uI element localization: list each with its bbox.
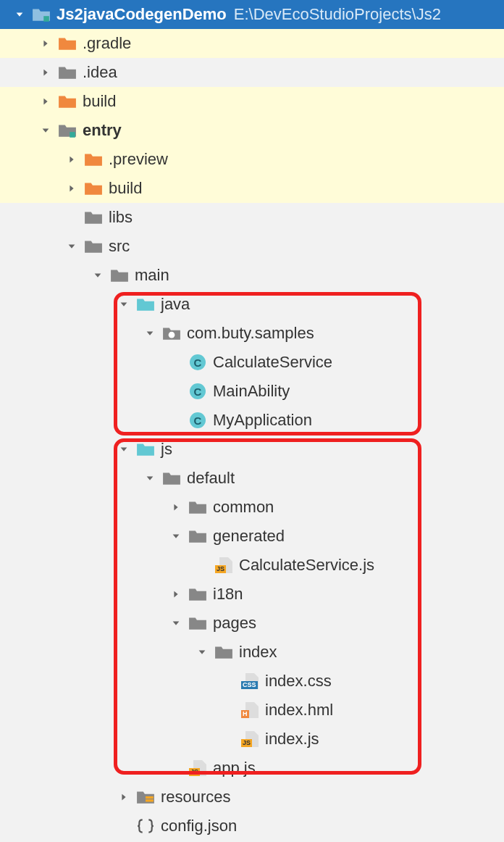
chevron-right-icon[interactable] bbox=[116, 789, 132, 805]
tree-row[interactable]: src bbox=[0, 232, 504, 261]
tree-row[interactable]: JS index.js bbox=[0, 725, 504, 754]
chevron-right-icon[interactable] bbox=[38, 64, 54, 80]
tree-row[interactable]: generated bbox=[0, 522, 504, 551]
tree-row[interactable]: entry bbox=[0, 116, 504, 145]
node-label: CalculateService.js bbox=[239, 556, 374, 575]
css-file-icon: CSS bbox=[240, 673, 259, 689]
chevron-right-icon[interactable] bbox=[64, 180, 80, 196]
package-icon bbox=[162, 325, 181, 341]
chevron-down-icon[interactable] bbox=[12, 7, 28, 22]
node-label: config.json bbox=[161, 817, 237, 835]
chevron-down-icon[interactable] bbox=[116, 296, 132, 312]
chevron-right-icon[interactable] bbox=[64, 151, 80, 167]
tree-row[interactable]: H index.hml bbox=[0, 696, 504, 725]
folder-icon bbox=[162, 470, 181, 486]
tree-row[interactable]: js bbox=[0, 435, 504, 464]
node-label: index bbox=[239, 643, 277, 662]
class-icon: C bbox=[188, 412, 207, 428]
tree-row[interactable]: default bbox=[0, 464, 504, 493]
folder-icon bbox=[84, 238, 103, 254]
tree-row[interactable]: CSS index.css bbox=[0, 667, 504, 696]
tree-row[interactable]: JS app.js bbox=[0, 754, 504, 783]
tree-row[interactable]: i18n bbox=[0, 580, 504, 609]
node-label: MainAbility bbox=[213, 382, 290, 401]
chevron-down-icon[interactable] bbox=[168, 615, 184, 631]
tree-row[interactable]: C MyApplication bbox=[0, 406, 504, 435]
node-label: index.css bbox=[265, 672, 332, 691]
chevron-down-icon[interactable] bbox=[116, 441, 132, 457]
chevron-right-icon[interactable] bbox=[168, 586, 184, 602]
source-folder-icon bbox=[136, 296, 155, 312]
tree-row[interactable]: C MainAbility bbox=[0, 377, 504, 406]
hml-file-icon: H bbox=[240, 702, 259, 718]
node-label: resources bbox=[161, 788, 231, 806]
node-label: MyApplication bbox=[213, 411, 312, 430]
node-label: com.buty.samples bbox=[187, 324, 314, 343]
root-path: E:\DevEcoStudioProjects\Js2 bbox=[234, 5, 441, 24]
node-label: .preview bbox=[109, 150, 168, 169]
source-folder-icon bbox=[136, 441, 155, 457]
chevron-down-icon[interactable] bbox=[38, 122, 54, 138]
root-name: Js2javaCodegenDemo bbox=[56, 5, 227, 24]
class-icon: C bbox=[188, 383, 207, 399]
chevron-down-icon[interactable] bbox=[142, 325, 158, 341]
folder-icon bbox=[188, 615, 207, 631]
node-label: .gradle bbox=[83, 34, 131, 53]
chevron-down-icon[interactable] bbox=[90, 267, 106, 283]
tree-row[interactable]: JS CalculateService.js bbox=[0, 551, 504, 580]
js-file-icon: JS bbox=[240, 731, 259, 747]
chevron-down-icon[interactable] bbox=[168, 528, 184, 544]
tree-row[interactable]: com.buty.samples bbox=[0, 319, 504, 348]
node-label: common bbox=[213, 498, 274, 517]
folder-icon bbox=[214, 644, 233, 660]
js-file-icon: JS bbox=[188, 760, 207, 776]
module-folder-icon bbox=[58, 122, 77, 138]
chevron-down-icon[interactable] bbox=[142, 470, 158, 486]
tree-row[interactable]: java bbox=[0, 290, 504, 319]
tree-row[interactable]: main bbox=[0, 261, 504, 290]
module-folder-icon bbox=[32, 7, 51, 22]
tree-row[interactable]: libs bbox=[0, 203, 504, 232]
chevron-right-icon[interactable] bbox=[38, 93, 54, 109]
node-label: app.js bbox=[213, 759, 256, 778]
node-label: build bbox=[109, 179, 142, 198]
node-label: generated bbox=[213, 527, 285, 546]
chevron-down-icon[interactable] bbox=[64, 238, 80, 254]
tree-row[interactable]: config.json bbox=[0, 812, 504, 841]
node-label: CalculateService bbox=[213, 353, 332, 372]
tree-row[interactable]: index bbox=[0, 638, 504, 667]
node-label: .idea bbox=[83, 63, 117, 82]
js-file-icon: JS bbox=[214, 557, 233, 573]
tree-row[interactable]: common bbox=[0, 493, 504, 522]
node-label: index.js bbox=[265, 730, 319, 749]
tree-row[interactable]: pages bbox=[0, 609, 504, 638]
project-tree: Js2javaCodegenDemo E:\DevEcoStudioProjec… bbox=[0, 0, 504, 841]
json-file-icon bbox=[136, 818, 155, 834]
chevron-down-icon[interactable] bbox=[194, 644, 210, 660]
chevron-right-icon[interactable] bbox=[38, 36, 54, 51]
class-icon: C bbox=[188, 354, 207, 370]
folder-icon bbox=[110, 267, 129, 283]
tree-row[interactable]: resources bbox=[0, 783, 504, 812]
node-label: index.hml bbox=[265, 701, 333, 720]
chevron-right-icon[interactable] bbox=[168, 499, 184, 515]
tree-row[interactable]: C CalculateService bbox=[0, 348, 504, 377]
